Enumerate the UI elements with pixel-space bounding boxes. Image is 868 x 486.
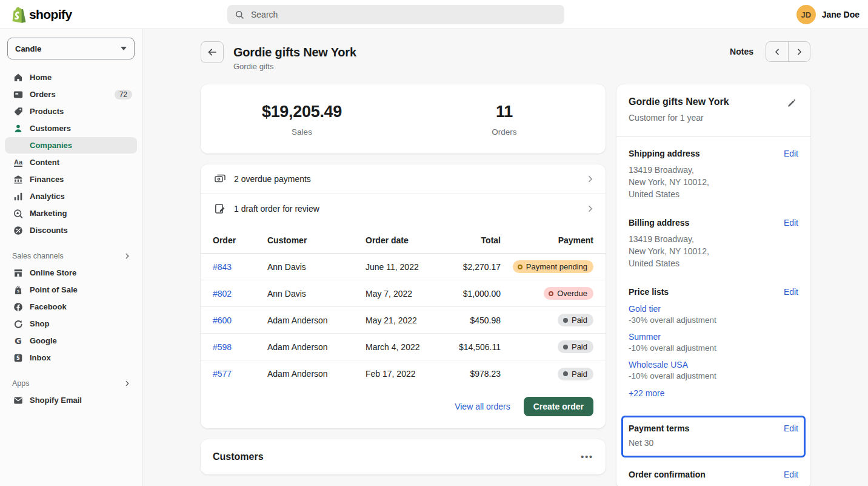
sidebar-item-customers[interactable]: Customers [5, 120, 137, 137]
back-button[interactable] [201, 41, 224, 63]
more-price-lists-link[interactable]: +22 more [629, 388, 665, 398]
sidebar-item-point-of-sale[interactable]: S Point of Sale [5, 282, 137, 298]
sidebar: Candle Home Orders 72 Products [0, 29, 142, 486]
status-badge: Paid [558, 314, 593, 326]
customers-heading: Customers [213, 451, 264, 462]
shop-icon [12, 318, 24, 330]
edit-shipping-link[interactable]: Edit [784, 149, 798, 158]
payments-icon [214, 173, 226, 185]
order-link[interactable]: #843 [213, 262, 267, 272]
pos-bag-icon: S [12, 284, 24, 296]
page-header: Gordie gifts New York Gordie gifts Notes [201, 41, 810, 71]
search-icon [235, 10, 245, 20]
avatar: JD [796, 5, 816, 24]
shopify-logo[interactable]: shopify [0, 6, 72, 23]
sidebar-item-shopify-email[interactable]: Shopify Email [5, 392, 137, 408]
price-list-link[interactable]: Summer [629, 332, 661, 342]
sidebar-item-online-store[interactable]: Online Store [5, 265, 137, 281]
google-icon: G [12, 335, 24, 347]
stats-card: $19,205.49 Sales 11 Orders [201, 84, 606, 154]
chevron-down-icon [121, 47, 127, 50]
pencil-icon [787, 98, 797, 108]
previous-record-button[interactable] [766, 42, 788, 61]
price-list-item: Gold tier -30% overall adjustment [629, 304, 798, 325]
home-icon [12, 72, 24, 84]
payment-terms-section-highlighted: Payment terms Edit Net 30 [621, 416, 806, 457]
edit-billing-link[interactable]: Edit [784, 218, 798, 228]
edit-order-confirmation-link[interactable]: Edit [784, 470, 798, 479]
more-actions-button[interactable]: ••• [581, 454, 593, 460]
overdue-payments-alert[interactable]: 2 overdue payments [201, 164, 606, 194]
orders-card: 2 overdue payments 1 draft order for rev… [201, 164, 606, 428]
sidebar-item-shop[interactable]: Shop [5, 316, 137, 332]
order-link[interactable]: #577 [213, 369, 267, 379]
sidebar-item-companies[interactable]: Companies [5, 137, 137, 154]
orders-count-badge: 72 [115, 90, 132, 100]
next-record-button[interactable] [788, 42, 810, 61]
company-name: Gordie gifts New York [629, 96, 729, 107]
sidebar-item-facebook[interactable]: Facebook [5, 299, 137, 315]
search-input[interactable] [251, 10, 557, 19]
price-list-link[interactable]: Wholesale USA [629, 360, 688, 370]
shopify-wordmark: shopify [29, 7, 72, 22]
envelope-icon [12, 394, 24, 407]
overdue-ring-icon [549, 291, 553, 296]
paid-dot-icon [563, 345, 568, 349]
customer-since: Customer for 1 year [629, 113, 729, 123]
sidebar-item-finances[interactable]: Finances [5, 171, 137, 187]
chevron-right-icon [124, 252, 131, 260]
edit-price-lists-link[interactable]: Edit [784, 287, 798, 297]
sidebar-item-analytics[interactable]: Analytics [5, 188, 137, 204]
percent-icon [12, 224, 24, 237]
order-confirmation-section: Order confirmation Edit [629, 470, 798, 479]
sales-stat: $19,205.49 Sales [201, 103, 403, 137]
apps-header[interactable]: Apps [0, 374, 142, 391]
shipping-address-section: Shipping address Edit 13419 Broadway, Ne… [629, 149, 798, 200]
inbox-icon: S [12, 352, 24, 364]
chevron-right-icon [586, 204, 595, 213]
edit-company-button[interactable] [786, 96, 798, 109]
create-order-button[interactable]: Create order [524, 397, 593, 416]
price-list-item: Summer -10% overall adjustment [629, 332, 798, 353]
edit-payment-terms-link[interactable]: Edit [784, 424, 798, 433]
chevron-right-icon [124, 380, 131, 387]
price-list-link[interactable]: Gold tier [629, 304, 661, 314]
page-title: Gordie gifts New York [233, 41, 356, 63]
sidebar-nav: Home Orders 72 Products Customers Compan… [0, 69, 142, 408]
notes-button[interactable]: Notes [727, 43, 756, 60]
sidebar-item-orders[interactable]: Orders 72 [5, 86, 137, 103]
orders-table: Order Customer Order date Total Payment … [201, 227, 606, 387]
sidebar-item-inbox[interactable]: S Inbox [5, 349, 137, 366]
topbar: shopify JD Jane Doe [0, 0, 868, 29]
status-badge: Payment pending [513, 260, 593, 273]
company-details-panel: Gordie gifts New York Customer for 1 yea… [616, 84, 810, 486]
orders-stat: 11 Orders [403, 103, 606, 137]
orders-icon [12, 89, 24, 101]
draft-order-alert[interactable]: 1 draft order for review [201, 194, 606, 223]
order-link[interactable]: #600 [213, 316, 267, 325]
sidebar-item-google[interactable]: G Google [5, 332, 137, 349]
status-badge: Paid [558, 340, 593, 353]
sidebar-item-products[interactable]: Products [5, 103, 137, 120]
store-selector[interactable]: Candle [7, 38, 135, 59]
sales-channels-header[interactable]: Sales channels [0, 247, 142, 264]
view-all-orders-link[interactable]: View all orders [455, 402, 510, 411]
sidebar-item-content[interactable]: Aa Content [5, 154, 137, 170]
global-search[interactable] [227, 5, 564, 24]
table-row: #600 Adam Anderson May 21, 2022 $450.98 … [201, 307, 606, 334]
shopify-bag-icon [11, 6, 26, 23]
orders-table-header: Order Customer Order date Total Payment [201, 227, 606, 254]
main-content: Gordie gifts New York Gordie gifts Notes [143, 29, 868, 486]
main-column: $19,205.49 Sales 11 Orders 2 overdue pay… [201, 84, 606, 474]
sidebar-item-discounts[interactable]: Discounts [5, 222, 137, 238]
user-menu[interactable]: JD Jane Doe [796, 5, 860, 24]
user-name: Jane Doe [822, 10, 860, 19]
order-link[interactable]: #802 [213, 289, 267, 299]
chevron-right-icon [795, 47, 804, 56]
svg-text:G: G [15, 336, 22, 345]
target-icon [12, 208, 24, 220]
sidebar-item-home[interactable]: Home [5, 69, 137, 86]
order-link[interactable]: #598 [213, 342, 267, 352]
sidebar-item-marketing[interactable]: Marketing [5, 205, 137, 221]
tag-icon [12, 106, 24, 118]
